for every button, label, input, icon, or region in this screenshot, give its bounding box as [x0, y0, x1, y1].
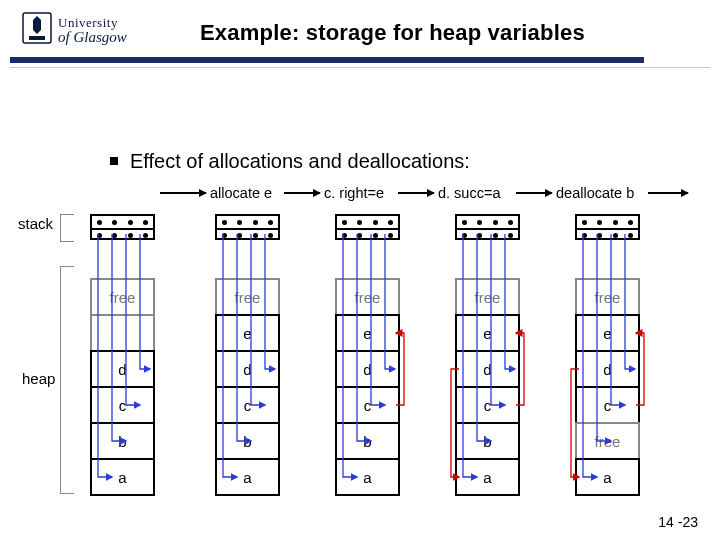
slide-title: Example: storage for heap variables [200, 20, 585, 46]
arrow-4 [516, 192, 552, 194]
heap-cell: b [215, 422, 280, 460]
heap-cell: c [455, 386, 520, 424]
step-deallocate-b: deallocate b [556, 185, 634, 201]
stack-box-2 [335, 214, 400, 240]
logo-line2: of Glasgow [58, 29, 127, 46]
heap-cell: c [335, 386, 400, 424]
university-logo: University of Glasgow [22, 12, 127, 48]
arrow-5 [648, 192, 688, 194]
heap-cell: free [575, 278, 640, 316]
heap-cell: a [215, 458, 280, 496]
stack-box-4 [575, 214, 640, 240]
heap-col-2: free e d c b a [335, 278, 400, 496]
arrow-2 [284, 192, 320, 194]
heap-cell: free [455, 278, 520, 316]
bracket-heap [60, 266, 74, 494]
step-c-right-e: c. right=e [324, 185, 384, 201]
heap-cell [90, 314, 155, 352]
header-rule-thin [10, 67, 710, 68]
heap-cell: d [335, 350, 400, 388]
heap-cell: a [335, 458, 400, 496]
step-allocate-e: allocate e [210, 185, 272, 201]
bullet-marker [110, 157, 118, 165]
heap-label: heap [22, 370, 55, 387]
heap-cell: d [215, 350, 280, 388]
page-number: 14 -23 [658, 514, 698, 530]
heap-cell: free [90, 278, 155, 316]
heap-cell: d [455, 350, 520, 388]
heap-cell: c [215, 386, 280, 424]
heap-cell: b [335, 422, 400, 460]
heap-cell: e [215, 314, 280, 352]
heap-col-0: free d c b a [90, 278, 155, 496]
heap-cell: free [215, 278, 280, 316]
heap-col-1: free e d c b a [215, 278, 280, 496]
heap-cell: b [455, 422, 520, 460]
stack-box-0 [90, 214, 155, 240]
arrow-1 [160, 192, 206, 194]
heap-cell: c [575, 386, 640, 424]
heap-cell: e [575, 314, 640, 352]
stack-label: stack [18, 215, 53, 232]
step-d-succ-a: d. succ=a [438, 185, 500, 201]
heap-cell: b [90, 422, 155, 460]
heap-cell: a [575, 458, 640, 496]
bullet-effect: Effect of allocations and deallocations: [110, 150, 470, 173]
heap-cell: e [455, 314, 520, 352]
heap-cell: d [575, 350, 640, 388]
heap-cell: c [90, 386, 155, 424]
bullet-text: Effect of allocations and deallocations: [130, 150, 470, 172]
heap-cell: a [455, 458, 520, 496]
stack-box-3 [455, 214, 520, 240]
stack-box-1 [215, 214, 280, 240]
svg-rect-1 [29, 36, 45, 40]
header-rule-thick [10, 57, 644, 63]
heap-cell: e [335, 314, 400, 352]
arrow-3 [398, 192, 434, 194]
heap-cell: free [335, 278, 400, 316]
heap-cell: a [90, 458, 155, 496]
heap-col-4: free e d c free a [575, 278, 640, 496]
bracket-stack [60, 214, 74, 242]
heap-col-3: free e d c b a [455, 278, 520, 496]
heap-cell: d [90, 350, 155, 388]
heap-cell: free [575, 422, 640, 460]
